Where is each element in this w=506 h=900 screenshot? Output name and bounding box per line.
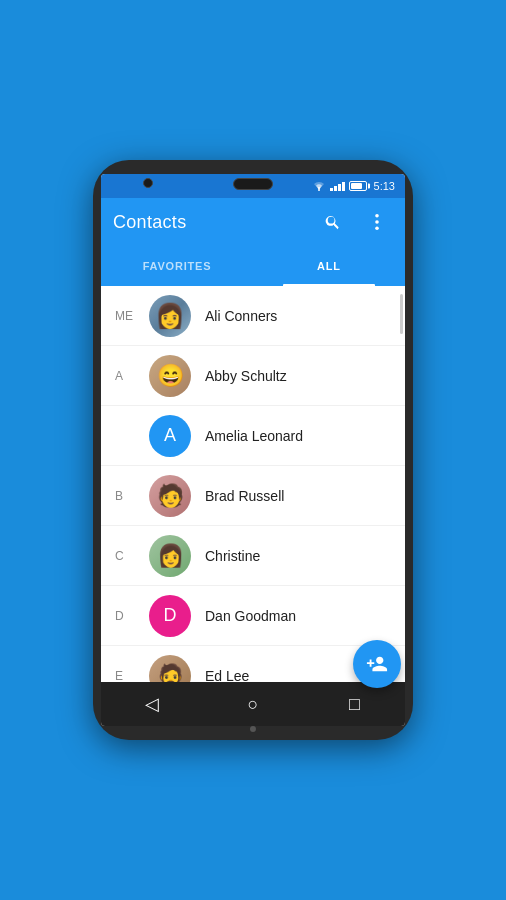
tabs: FAVORITES ALL bbox=[101, 246, 405, 286]
avatar bbox=[149, 655, 191, 683]
phone-camera bbox=[143, 178, 153, 188]
contact-name: Ed Lee bbox=[205, 668, 249, 683]
section-label: B bbox=[115, 489, 139, 503]
battery-icon bbox=[349, 181, 367, 191]
contact-row[interactable]: A Abby Schultz bbox=[101, 346, 405, 406]
search-button[interactable] bbox=[317, 206, 349, 238]
section-label: ME bbox=[115, 309, 139, 323]
recents-button[interactable]: □ bbox=[334, 684, 374, 724]
signal-icon bbox=[330, 181, 345, 191]
avatar: D bbox=[149, 595, 191, 637]
phone-screen: 5:13 Contacts bbox=[101, 174, 405, 726]
contact-row[interactable]: D D Dan Goodman bbox=[101, 586, 405, 646]
avatar bbox=[149, 535, 191, 577]
section-label: A bbox=[115, 369, 139, 383]
bottom-nav: ◁ ○ □ bbox=[101, 682, 405, 726]
contact-list: ME Ali Conners A Abby Schultz A Amelia L… bbox=[101, 286, 405, 682]
avatar: A bbox=[149, 415, 191, 457]
tab-favorites[interactable]: FAVORITES bbox=[101, 246, 253, 286]
svg-point-1 bbox=[375, 214, 379, 218]
phone-speaker bbox=[233, 178, 273, 190]
more-options-button[interactable] bbox=[361, 206, 393, 238]
svg-point-3 bbox=[375, 227, 379, 231]
contact-name: Ali Conners bbox=[205, 308, 277, 324]
contact-row[interactable]: B Brad Russell bbox=[101, 466, 405, 526]
add-contact-fab[interactable] bbox=[353, 640, 401, 688]
app-title: Contacts bbox=[113, 212, 186, 233]
svg-point-2 bbox=[375, 220, 379, 224]
contact-name: Brad Russell bbox=[205, 488, 284, 504]
section-label: E bbox=[115, 669, 139, 683]
app-bar-actions bbox=[317, 206, 393, 238]
contact-name: Amelia Leonard bbox=[205, 428, 303, 444]
app-bar: Contacts bbox=[101, 198, 405, 246]
contact-row[interactable]: C Christine bbox=[101, 526, 405, 586]
wifi-icon bbox=[312, 181, 326, 191]
phone-home-dot bbox=[250, 726, 256, 732]
scrollbar-indicator bbox=[400, 294, 403, 334]
contact-row[interactable]: A Amelia Leonard bbox=[101, 406, 405, 466]
status-icons: 5:13 bbox=[312, 180, 395, 192]
back-button[interactable]: ◁ bbox=[132, 684, 172, 724]
tab-all[interactable]: ALL bbox=[253, 246, 405, 286]
contact-name: Abby Schultz bbox=[205, 368, 287, 384]
contact-name: Dan Goodman bbox=[205, 608, 296, 624]
status-time: 5:13 bbox=[374, 180, 395, 192]
svg-point-0 bbox=[318, 189, 320, 191]
avatar bbox=[149, 475, 191, 517]
contact-row[interactable]: ME Ali Conners bbox=[101, 286, 405, 346]
contact-name: Christine bbox=[205, 548, 260, 564]
home-button[interactable]: ○ bbox=[233, 684, 273, 724]
avatar bbox=[149, 295, 191, 337]
avatar bbox=[149, 355, 191, 397]
phone-outer: 5:13 Contacts bbox=[93, 160, 413, 740]
section-label: C bbox=[115, 549, 139, 563]
section-label: D bbox=[115, 609, 139, 623]
